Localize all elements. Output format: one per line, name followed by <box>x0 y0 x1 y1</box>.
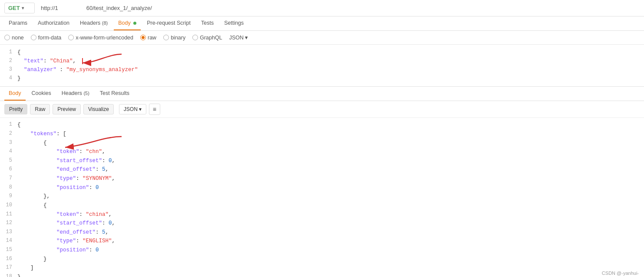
chevron-down-icon: ▾ <box>139 106 142 112</box>
resp-line-7: 7 "type": "SYNONYM", <box>0 174 644 183</box>
url-input[interactable] <box>38 3 640 13</box>
body-type-row: none form-data x-www-form-urlencoded raw… <box>0 31 644 45</box>
radio-binary[interactable]: binary <box>163 35 185 41</box>
visualize-btn[interactable]: Visualize <box>83 104 114 114</box>
resp-line-15: 15 "position": 0 <box>0 246 644 255</box>
tab-tests[interactable]: Tests <box>197 16 218 30</box>
request-tabs: Params Authorization Headers (8) Body Pr… <box>0 16 644 31</box>
credit-text: CSDN @-yanhui- <box>602 270 639 276</box>
radio-graphql[interactable]: GraphQL <box>192 35 222 41</box>
radio-circle-form-data <box>31 35 36 40</box>
resp-line-13: 13 "end_offset": 5, <box>0 228 644 237</box>
resp-line-17: 17 ] <box>0 264 644 273</box>
req-line-4: 4 } <box>0 74 644 83</box>
response-tab-cookies[interactable]: Cookies <box>27 87 56 101</box>
radio-form-data[interactable]: form-data <box>31 35 62 41</box>
req-line-1: 1 { <box>0 48 644 57</box>
resp-line-10: 10 { <box>0 201 644 210</box>
resp-line-18: 18 } <box>0 273 644 277</box>
radio-none[interactable]: none <box>4 35 24 41</box>
response-tabs: Body Cookies Headers (5) Test Results <box>0 87 644 101</box>
radio-circle-binary <box>163 35 169 40</box>
wrap-icon: ≡ <box>153 106 156 113</box>
body-active-dot <box>133 22 136 25</box>
resp-line-8: 8 "position": 0 <box>0 183 644 192</box>
resp-line-14: 14 "type": "ENGLISH", <box>0 237 644 246</box>
tab-params[interactable]: Params <box>4 16 32 30</box>
method-selector[interactable]: GET ▾ <box>4 3 35 13</box>
response-tab-test-results[interactable]: Test Results <box>96 87 134 101</box>
footer: CSDN @-yanhui- <box>597 269 644 277</box>
preview-btn[interactable]: Preview <box>53 104 81 114</box>
resp-line-6: 6 "end_offset": 5, <box>0 165 644 174</box>
chevron-down-icon: ▾ <box>245 34 248 41</box>
raw-btn[interactable]: Raw <box>30 104 50 114</box>
req-line-2: 2 "text": "China", <box>0 57 644 65</box>
radio-circle-graphql <box>192 35 198 40</box>
response-code-area: 1 { 2 "tokens": [ 3 { 4 "token": "chn", … <box>0 118 644 277</box>
radio-circle-urlencoded <box>68 35 74 40</box>
resp-line-9: 9 }, <box>0 192 644 201</box>
resp-line-4: 4 "token": "chn", <box>0 147 644 156</box>
request-code-editor[interactable]: 1 { 2 "text": "China", 3 "analyzer" : "m… <box>0 45 644 87</box>
req-line-3: 3 "analyzer" : "my_synonyms_analyzer" <box>0 65 644 74</box>
tab-body[interactable]: Body <box>114 16 141 30</box>
method-label: GET <box>8 5 20 11</box>
radio-raw[interactable]: raw <box>140 35 156 41</box>
radio-circle-raw <box>140 35 146 40</box>
tab-prerequest[interactable]: Pre-request Script <box>142 16 195 30</box>
response-toolbar: Pretty Raw Preview Visualize JSON ▾ ≡ <box>0 101 644 118</box>
response-section: Body Cookies Headers (5) Test Results Pr… <box>0 87 644 277</box>
request-bar: GET ▾ <box>0 0 644 16</box>
response-json-selector[interactable]: JSON ▾ <box>119 104 146 114</box>
radio-urlencoded[interactable]: x-www-form-urlencoded <box>68 35 133 41</box>
tab-settings[interactable]: Settings <box>220 16 248 30</box>
tab-headers[interactable]: Headers (8) <box>76 16 112 30</box>
wrap-button[interactable]: ≡ <box>149 104 160 115</box>
resp-line-1: 1 { <box>0 121 644 130</box>
resp-line-11: 11 "token": "china", <box>0 210 644 219</box>
resp-line-2: 2 "tokens": [ <box>0 130 644 139</box>
response-tab-headers[interactable]: Headers (5) <box>57 87 94 101</box>
radio-circle-none <box>4 35 10 40</box>
resp-line-5: 5 "start_offset": 0, <box>0 156 644 166</box>
resp-line-3: 3 { <box>0 139 644 148</box>
pretty-btn[interactable]: Pretty <box>4 104 27 114</box>
tab-authorization[interactable]: Authorization <box>33 16 74 30</box>
resp-line-16: 16 } <box>0 255 644 264</box>
resp-line-12: 12 "start_offset": 0, <box>0 219 644 228</box>
response-tab-body[interactable]: Body <box>4 87 26 101</box>
chevron-down-icon: ▾ <box>22 6 24 10</box>
json-format-selector[interactable]: JSON ▾ <box>229 34 248 41</box>
